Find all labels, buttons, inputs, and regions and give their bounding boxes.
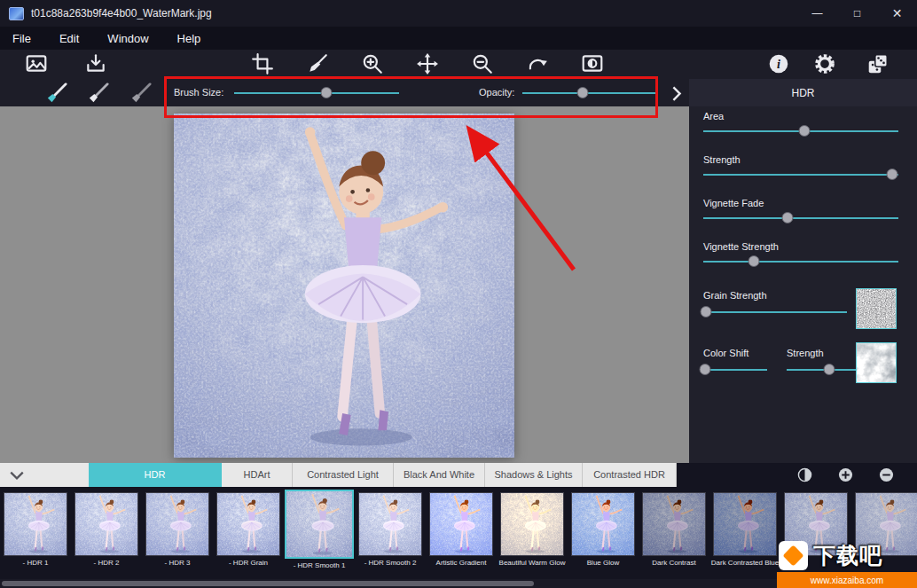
strength-slider[interactable]	[703, 168, 898, 181]
area-slider[interactable]	[703, 124, 898, 137]
vignette-fade-slider[interactable]	[703, 211, 898, 224]
crop-icon[interactable]	[251, 52, 274, 75]
close-button[interactable]: ✕	[877, 0, 917, 27]
preset-thumbnail[interactable]: Dark Contrast	[639, 487, 709, 579]
brush-fine-icon[interactable]	[129, 82, 153, 104]
edited-image[interactable]	[174, 114, 514, 458]
vignette-fade-knob[interactable]	[781, 212, 793, 223]
color-shift-texture-preview[interactable]	[856, 342, 897, 383]
vignette-strength-slider[interactable]	[703, 255, 898, 268]
preset-image[interactable]	[642, 492, 706, 556]
preset-category-tab[interactable]: Shadows & Lights	[485, 463, 583, 487]
preset-image[interactable]	[713, 492, 777, 556]
vignette-strength-knob[interactable]	[748, 255, 760, 267]
app-window: t01c88a263b9f4e4b00_WaterMark.jpg — □ ✕ …	[0, 0, 917, 588]
watermark-logo-icon	[779, 541, 808, 570]
preset-label: - HDR 1	[23, 559, 49, 567]
preset-thumbnail[interactable]: - HDR 2	[71, 487, 142, 579]
color-shift-label: Color Shift	[703, 348, 748, 358]
photo-icon[interactable]	[25, 52, 48, 75]
preset-thumbnail[interactable]: - HDR 3	[142, 487, 213, 579]
preset-thumbnail[interactable]: Artistic Gradient	[426, 487, 497, 579]
watermark: 下载吧 www.xiazaiba.com	[777, 538, 917, 588]
grain-strength-slider[interactable]	[703, 305, 847, 318]
watermark-title: 下载吧	[813, 541, 882, 570]
preset-thumbnail[interactable]: Blue Glow	[568, 487, 639, 579]
tab-label: Contrasted Light	[307, 469, 379, 480]
preset-image[interactable]	[216, 492, 280, 556]
preset-category-tab[interactable]: Contrasted HDR	[583, 463, 677, 487]
brush-soft-icon[interactable]	[44, 82, 69, 104]
grain-texture-preview[interactable]	[856, 288, 897, 329]
preset-category-bar: HDRHDArtContrasted LightBlack And WhiteS…	[0, 463, 917, 487]
preset-thumbnail[interactable]: Dark Contrasted Blue	[709, 487, 780, 579]
preset-category-tab[interactable]: Black And White	[394, 463, 485, 487]
preset-image[interactable]	[74, 492, 138, 556]
area-knob[interactable]	[799, 125, 811, 137]
preset-label: Beautiful Warm Glow	[499, 559, 566, 567]
vignette-strength-label: Vignette Strength	[703, 241, 779, 252]
strength-knob[interactable]	[887, 169, 898, 180]
zoom-in-icon[interactable]	[361, 52, 384, 75]
info-icon[interactable]: i	[767, 52, 790, 75]
preset-label: - HDR Smooth 2	[364, 559, 417, 567]
preset-thumbnail[interactable]: - HDR 1	[0, 487, 71, 579]
preset-image[interactable]	[145, 492, 209, 556]
paint-brush-icon[interactable]	[306, 52, 329, 75]
color-shift-strength-slider[interactable]	[787, 363, 858, 376]
preset-image[interactable]	[4, 492, 67, 556]
preset-image[interactable]	[429, 492, 493, 556]
opacity-slider[interactable]	[522, 86, 655, 99]
preset-image[interactable]	[500, 492, 564, 556]
add-preset-icon[interactable]	[838, 467, 853, 482]
scrollbar-thumb[interactable]	[2, 581, 534, 586]
invert-colors-icon[interactable]	[797, 467, 812, 482]
preset-thumbnail[interactable]: - HDR Smooth 1	[284, 487, 355, 579]
svg-text:i: i	[777, 57, 780, 71]
opacity-knob[interactable]	[576, 87, 588, 98]
preset-thumbnail[interactable]: - HDR Grain	[213, 487, 284, 579]
brush-size-label: Brush Size:	[174, 87, 223, 98]
tab-label: Black And White	[404, 469, 474, 480]
preset-thumbnail[interactable]: - HDR Smooth 2	[355, 487, 426, 579]
preset-image[interactable]	[571, 492, 635, 556]
menu-help[interactable]: Help	[177, 32, 201, 45]
expand-panel-icon[interactable]	[671, 85, 682, 100]
brush-size-knob[interactable]	[321, 87, 333, 98]
preset-category-tab[interactable]: HDR	[89, 463, 222, 487]
collapse-presets-icon[interactable]	[9, 470, 25, 481]
preset-image[interactable]	[358, 492, 422, 556]
grain-strength-label: Grain Strength	[703, 290, 767, 301]
remove-preset-icon[interactable]	[879, 467, 894, 482]
vignette-strength-track	[703, 261, 898, 263]
preset-thumbnail[interactable]: Beautiful Warm Glow	[497, 487, 568, 579]
preset-label: Blue Glow	[587, 559, 619, 567]
menu-file[interactable]: File	[12, 32, 31, 45]
brush-size-slider[interactable]	[234, 86, 399, 99]
random-dice-icon[interactable]	[866, 52, 890, 75]
preset-category-tab[interactable]: Contrasted Light	[293, 463, 394, 487]
color-shift-strength-label: Strength	[787, 348, 824, 358]
color-shift-strength-knob[interactable]	[824, 364, 835, 375]
image-adjust-icon[interactable]	[581, 52, 604, 75]
preset-image[interactable]	[285, 490, 354, 559]
brush-size-track	[234, 92, 399, 94]
minimize-button[interactable]: —	[797, 0, 837, 27]
zoom-out-icon[interactable]	[471, 52, 494, 75]
preset-label: - HDR Grain	[229, 559, 268, 567]
import-image-icon[interactable]	[84, 52, 107, 75]
settings-gear-icon[interactable]	[813, 52, 836, 75]
window-controls: — □ ✕	[797, 0, 917, 27]
color-shift-knob[interactable]	[700, 364, 711, 375]
menu-window[interactable]: Window	[107, 32, 148, 45]
brush-texture-icon[interactable]	[86, 82, 111, 104]
effect-panel-title: HDR	[689, 79, 917, 106]
maximize-button[interactable]: □	[837, 0, 877, 27]
color-shift-slider[interactable]	[703, 363, 767, 376]
tab-label: HDArt	[244, 469, 270, 480]
redo-icon[interactable]	[526, 52, 549, 75]
menu-edit[interactable]: Edit	[59, 32, 79, 45]
preset-category-tab[interactable]: HDArt	[222, 463, 293, 487]
grain-strength-knob[interactable]	[701, 306, 712, 318]
move-icon[interactable]	[416, 52, 439, 75]
